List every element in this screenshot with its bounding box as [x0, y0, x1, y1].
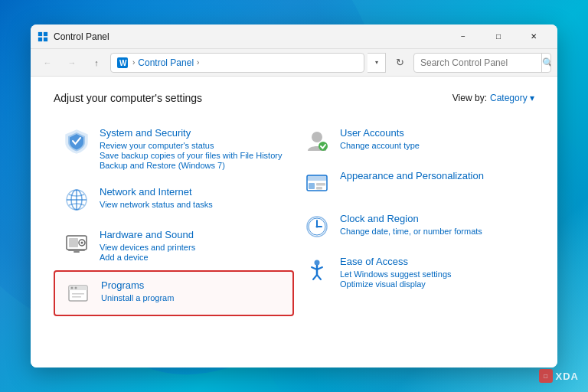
- ease-of-access-text: Ease of Access Let Windows suggest setti…: [340, 256, 525, 289]
- network-internet-link-1[interactable]: View network status and tasks: [100, 200, 285, 209]
- breadcrumb-dropdown-button[interactable]: ▾: [368, 53, 386, 73]
- window-controls: − □ ✕: [446, 24, 551, 49]
- page-header: Adjust your computer's settings View by:…: [54, 92, 534, 104]
- programs-title[interactable]: Programs: [101, 279, 283, 291]
- system-security-text: System and Security Review your computer…: [100, 127, 285, 171]
- system-security-link-1[interactable]: Review your computer's status: [100, 141, 285, 150]
- control-panel-window: Control Panel − □ ✕ ← → ↑ W › Control Pa…: [31, 24, 557, 368]
- programs-link-1[interactable]: Uninstall a program: [101, 293, 283, 302]
- window-icon: [37, 31, 49, 43]
- system-security-title[interactable]: System and Security: [100, 127, 285, 139]
- view-by-value[interactable]: Category ▾: [490, 93, 534, 103]
- maximize-button[interactable]: □: [481, 24, 516, 49]
- search-button[interactable]: 🔍: [541, 53, 551, 73]
- xda-text: XDA: [556, 371, 579, 382]
- system-security-link-3[interactable]: Backup and Restore (Windows 7): [100, 161, 285, 170]
- title-bar: Control Panel − □ ✕: [31, 24, 557, 49]
- svg-rect-1: [44, 31, 47, 35]
- clock-region-item[interactable]: Clock and Region Change date, time, or n…: [294, 205, 534, 248]
- appearance-item[interactable]: Appearance and Personalization: [294, 162, 534, 205]
- settings-grid: System and Security Review your computer…: [54, 119, 534, 316]
- address-bar: ← → ↑ W › Control Panel › ▾ ↻ 🔍: [31, 49, 557, 77]
- svg-rect-0: [38, 31, 42, 35]
- ease-of-access-link-1[interactable]: Let Windows suggest settings: [340, 270, 525, 279]
- view-by-control: View by: Category ▾: [452, 93, 534, 103]
- xda-watermark: □ XDA: [539, 369, 579, 383]
- svg-point-35: [315, 260, 320, 266]
- right-column: User Accounts Change account type: [294, 119, 534, 316]
- svg-rect-3: [44, 37, 47, 41]
- network-icon: [63, 186, 90, 214]
- search-bar: 🔍: [413, 53, 551, 73]
- appearance-icon: [303, 170, 331, 198]
- shield-icon: [63, 127, 90, 155]
- svg-rect-29: [316, 187, 322, 190]
- user-accounts-title[interactable]: User Accounts: [340, 127, 525, 139]
- hardware-sound-text: Hardware and Sound View devices and prin…: [100, 229, 285, 263]
- svg-rect-15: [74, 251, 80, 253]
- svg-rect-21: [72, 293, 84, 295]
- hardware-sound-link-2[interactable]: Add a device: [100, 253, 285, 262]
- svg-point-34: [316, 226, 318, 228]
- breadcrumb-control-panel[interactable]: Control Panel: [138, 57, 194, 68]
- programs-text: Programs Uninstall a program: [101, 279, 283, 303]
- view-by-label: View by:: [452, 93, 487, 103]
- svg-rect-2: [38, 37, 42, 41]
- window-title: Control Panel: [54, 31, 446, 42]
- user-accounts-text: User Accounts Change account type: [340, 127, 525, 151]
- breadcrumb-home[interactable]: W: [117, 57, 129, 68]
- user-icon: [303, 127, 331, 155]
- svg-text:W: W: [119, 59, 127, 67]
- breadcrumb-bar: W › Control Panel ›: [110, 53, 364, 73]
- programs-icon: [64, 279, 92, 307]
- network-internet-item[interactable]: Network and Internet View network status…: [54, 178, 294, 221]
- svg-point-19: [71, 287, 74, 289]
- svg-rect-27: [309, 183, 315, 189]
- network-internet-text: Network and Internet View network status…: [100, 186, 285, 210]
- xda-logo-box: □: [539, 369, 553, 383]
- breadcrumb-separator-2: ›: [197, 58, 199, 67]
- ease-of-access-item[interactable]: Ease of Access Let Windows suggest setti…: [294, 248, 534, 297]
- svg-point-24: [318, 142, 328, 151]
- user-accounts-link-1[interactable]: Change account type: [340, 141, 525, 150]
- ease-of-access-title[interactable]: Ease of Access: [340, 256, 525, 267]
- svg-rect-22: [72, 296, 81, 298]
- breadcrumb-separator: ›: [132, 58, 135, 67]
- forward-button[interactable]: →: [61, 52, 83, 74]
- left-column: System and Security Review your computer…: [54, 119, 294, 316]
- appearance-text: Appearance and Personalization: [340, 170, 525, 184]
- system-security-item[interactable]: System and Security Review your computer…: [54, 119, 294, 178]
- clock-region-text: Clock and Region Change date, time, or n…: [340, 213, 525, 237]
- hardware-sound-title[interactable]: Hardware and Sound: [100, 229, 285, 240]
- hardware-sound-item[interactable]: Hardware and Sound View devices and prin…: [54, 221, 294, 270]
- ease-of-access-link-2[interactable]: Optimize visual display: [340, 279, 525, 289]
- svg-point-20: [75, 287, 77, 289]
- svg-point-13: [81, 242, 83, 244]
- clock-icon: [303, 213, 331, 240]
- clock-region-title[interactable]: Clock and Region: [340, 213, 525, 224]
- appearance-title[interactable]: Appearance and Personalization: [340, 170, 525, 181]
- network-internet-title[interactable]: Network and Internet: [100, 186, 285, 198]
- accessibility-icon: [303, 256, 331, 283]
- back-button[interactable]: ←: [37, 52, 58, 74]
- refresh-button[interactable]: ↻: [389, 52, 410, 74]
- svg-rect-28: [316, 183, 325, 186]
- svg-rect-11: [69, 238, 78, 247]
- hardware-icon: [63, 229, 90, 256]
- hardware-sound-link-1[interactable]: View devices and printers: [100, 243, 285, 252]
- svg-rect-14: [68, 250, 85, 251]
- page-title: Adjust your computer's settings: [54, 92, 202, 104]
- svg-point-23: [312, 132, 322, 142]
- system-security-link-2[interactable]: Save backup copies of your files with Fi…: [100, 151, 285, 160]
- programs-item[interactable]: Programs Uninstall a program: [54, 270, 294, 316]
- svg-rect-26: [307, 175, 327, 181]
- minimize-button[interactable]: −: [446, 24, 481, 49]
- svg-line-39: [313, 275, 317, 279]
- main-content: Adjust your computer's settings View by:…: [31, 77, 557, 368]
- close-button[interactable]: ✕: [516, 24, 551, 49]
- clock-region-link-1[interactable]: Change date, time, or number formats: [340, 227, 525, 236]
- user-accounts-item[interactable]: User Accounts Change account type: [294, 119, 534, 162]
- search-input[interactable]: [414, 57, 541, 68]
- up-button[interactable]: ↑: [86, 52, 107, 74]
- svg-line-40: [317, 275, 321, 279]
